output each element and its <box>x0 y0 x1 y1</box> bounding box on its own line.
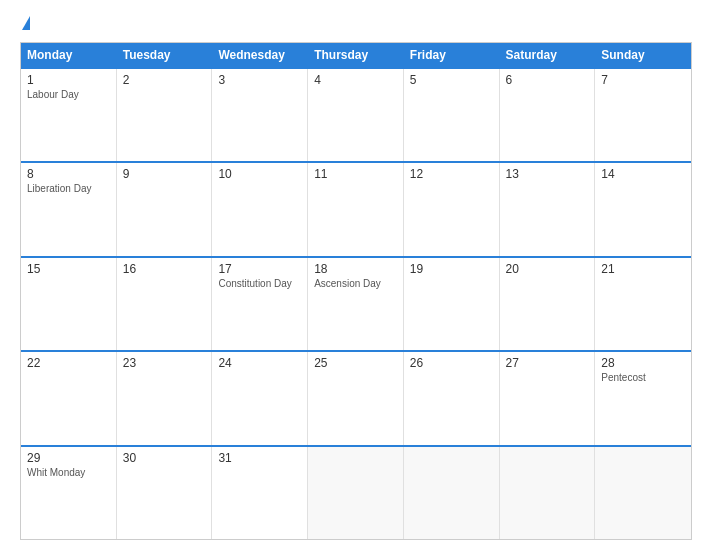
day-headers: MondayTuesdayWednesdayThursdayFridaySatu… <box>21 43 691 67</box>
week-row-5: 29Whit Monday3031 <box>21 445 691 539</box>
day-cell: 3 <box>212 69 308 161</box>
day-number: 30 <box>123 451 206 465</box>
day-cell: 9 <box>117 163 213 255</box>
day-header-wednesday: Wednesday <box>212 43 308 67</box>
day-cell <box>404 447 500 539</box>
day-number: 28 <box>601 356 685 370</box>
day-cell: 18Ascension Day <box>308 258 404 350</box>
day-cell: 25 <box>308 352 404 444</box>
calendar-page: MondayTuesdayWednesdayThursdayFridaySatu… <box>0 0 712 550</box>
day-cell: 13 <box>500 163 596 255</box>
weeks: 1Labour Day2345678Liberation Day91011121… <box>21 67 691 539</box>
day-cell: 12 <box>404 163 500 255</box>
day-number: 3 <box>218 73 301 87</box>
day-cell: 20 <box>500 258 596 350</box>
day-number: 10 <box>218 167 301 181</box>
day-number: 24 <box>218 356 301 370</box>
day-number: 27 <box>506 356 589 370</box>
day-number: 11 <box>314 167 397 181</box>
day-header-saturday: Saturday <box>500 43 596 67</box>
day-cell: 14 <box>595 163 691 255</box>
day-header-thursday: Thursday <box>308 43 404 67</box>
day-number: 22 <box>27 356 110 370</box>
day-cell: 5 <box>404 69 500 161</box>
week-row-2: 8Liberation Day91011121314 <box>21 161 691 255</box>
day-number: 16 <box>123 262 206 276</box>
day-cell: 26 <box>404 352 500 444</box>
day-cell: 29Whit Monday <box>21 447 117 539</box>
day-cell: 30 <box>117 447 213 539</box>
day-number: 17 <box>218 262 301 276</box>
day-header-tuesday: Tuesday <box>117 43 213 67</box>
day-header-friday: Friday <box>404 43 500 67</box>
day-number: 25 <box>314 356 397 370</box>
day-number: 20 <box>506 262 589 276</box>
week-row-3: 151617Constitution Day18Ascension Day192… <box>21 256 691 350</box>
day-event: Pentecost <box>601 372 685 383</box>
day-cell: 17Constitution Day <box>212 258 308 350</box>
day-number: 5 <box>410 73 493 87</box>
day-number: 2 <box>123 73 206 87</box>
day-cell <box>308 447 404 539</box>
day-cell: 4 <box>308 69 404 161</box>
day-number: 12 <box>410 167 493 181</box>
week-row-4: 22232425262728Pentecost <box>21 350 691 444</box>
day-number: 8 <box>27 167 110 181</box>
day-event: Ascension Day <box>314 278 397 289</box>
day-number: 4 <box>314 73 397 87</box>
day-cell: 28Pentecost <box>595 352 691 444</box>
day-number: 31 <box>218 451 301 465</box>
day-number: 15 <box>27 262 110 276</box>
day-number: 13 <box>506 167 589 181</box>
day-cell: 23 <box>117 352 213 444</box>
day-number: 9 <box>123 167 206 181</box>
day-cell: 7 <box>595 69 691 161</box>
day-cell <box>595 447 691 539</box>
calendar: MondayTuesdayWednesdayThursdayFridaySatu… <box>20 42 692 540</box>
day-cell: 27 <box>500 352 596 444</box>
day-cell: 24 <box>212 352 308 444</box>
day-cell: 19 <box>404 258 500 350</box>
day-number: 19 <box>410 262 493 276</box>
day-number: 6 <box>506 73 589 87</box>
week-row-1: 1Labour Day234567 <box>21 67 691 161</box>
day-cell: 15 <box>21 258 117 350</box>
day-cell: 31 <box>212 447 308 539</box>
day-header-monday: Monday <box>21 43 117 67</box>
day-cell: 11 <box>308 163 404 255</box>
day-number: 21 <box>601 262 685 276</box>
day-cell: 1Labour Day <box>21 69 117 161</box>
logo <box>20 16 30 30</box>
day-event: Whit Monday <box>27 467 110 478</box>
day-cell: 22 <box>21 352 117 444</box>
header <box>20 16 692 30</box>
day-number: 7 <box>601 73 685 87</box>
day-number: 1 <box>27 73 110 87</box>
day-cell: 10 <box>212 163 308 255</box>
day-cell: 21 <box>595 258 691 350</box>
day-event: Liberation Day <box>27 183 110 194</box>
logo-triangle-icon <box>22 16 30 30</box>
day-number: 18 <box>314 262 397 276</box>
day-cell: 6 <box>500 69 596 161</box>
day-event: Constitution Day <box>218 278 301 289</box>
day-number: 29 <box>27 451 110 465</box>
day-number: 23 <box>123 356 206 370</box>
day-header-sunday: Sunday <box>595 43 691 67</box>
day-cell: 8Liberation Day <box>21 163 117 255</box>
day-cell <box>500 447 596 539</box>
day-cell: 2 <box>117 69 213 161</box>
day-number: 26 <box>410 356 493 370</box>
day-cell: 16 <box>117 258 213 350</box>
day-number: 14 <box>601 167 685 181</box>
day-event: Labour Day <box>27 89 110 100</box>
